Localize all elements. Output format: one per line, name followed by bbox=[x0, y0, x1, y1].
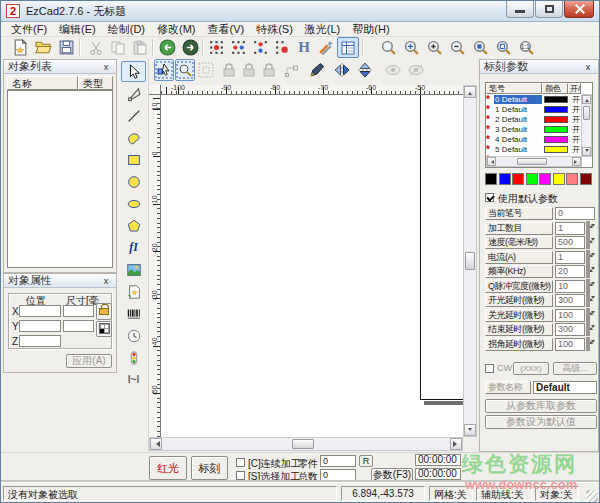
pick-zoom-button[interactable] bbox=[175, 59, 195, 81]
pen-row-3[interactable]: *3 Default开 bbox=[486, 125, 580, 134]
pen-row-1[interactable]: *1 Default开 bbox=[486, 105, 580, 114]
select-tool-button[interactable] bbox=[121, 61, 146, 82]
pulse-width-button[interactable]: (XXX) bbox=[513, 362, 549, 375]
polygon-tool-button[interactable] bbox=[121, 215, 146, 236]
total-count-input[interactable]: 0 bbox=[320, 469, 356, 481]
column-header-type[interactable]: 类型 bbox=[78, 76, 113, 90]
options-button[interactable] bbox=[315, 37, 337, 58]
cut-button[interactable] bbox=[85, 37, 107, 58]
spinner[interactable] bbox=[586, 236, 595, 249]
pen-column-color[interactable]: 颜色 bbox=[542, 83, 568, 94]
red-light-button[interactable]: 红光(F1) bbox=[149, 456, 187, 480]
drawing-canvas[interactable] bbox=[161, 95, 463, 437]
size-x-input[interactable] bbox=[63, 305, 94, 317]
barcode-tool-button[interactable] bbox=[121, 303, 146, 324]
lock-x-button[interactable] bbox=[219, 59, 239, 81]
palette-swatch[interactable] bbox=[553, 173, 565, 185]
pen-row-0[interactable]: *0 Default开 bbox=[486, 95, 580, 104]
node-align-button[interactable] bbox=[227, 37, 249, 58]
palette-swatch[interactable] bbox=[499, 173, 511, 185]
param-name-input[interactable]: Default bbox=[533, 381, 597, 394]
spinner[interactable] bbox=[586, 251, 595, 264]
palette-swatch[interactable] bbox=[580, 173, 592, 185]
field-input[interactable]: 100 bbox=[555, 338, 585, 351]
maximize-button[interactable] bbox=[535, 1, 563, 18]
palette-swatch[interactable] bbox=[512, 173, 524, 185]
vector-file-tool-button[interactable] bbox=[121, 281, 146, 302]
pen-row-4[interactable]: *4 Default开 bbox=[486, 135, 580, 144]
minimize-button[interactable] bbox=[506, 1, 534, 18]
param-f3-button[interactable]: 参数(F3) bbox=[371, 468, 413, 482]
continuous-checkbox[interactable] bbox=[236, 458, 245, 467]
zoom-objects-button[interactable] bbox=[492, 37, 514, 58]
zoom-in-button[interactable] bbox=[423, 37, 445, 58]
field-input[interactable]: 10 bbox=[555, 280, 585, 293]
apply-button[interactable]: 应用(A) bbox=[66, 354, 112, 368]
menu-edit[interactable]: 编辑(E) bbox=[53, 21, 102, 38]
part-count-input[interactable]: 0 bbox=[320, 455, 356, 467]
copy-button[interactable] bbox=[107, 37, 129, 58]
scroll-left-button[interactable] bbox=[150, 438, 162, 450]
array-button[interactable] bbox=[96, 321, 112, 337]
column-header-name[interactable]: 名称 bbox=[7, 76, 78, 90]
spinner[interactable] bbox=[586, 338, 595, 351]
pick-dotted-button[interactable] bbox=[196, 59, 216, 81]
palette-swatch[interactable] bbox=[566, 173, 578, 185]
node-distribute-button[interactable] bbox=[249, 37, 271, 58]
scroll-up-button[interactable] bbox=[464, 86, 476, 98]
use-default-checkbox[interactable] bbox=[485, 193, 494, 202]
resize-grip[interactable] bbox=[586, 490, 598, 502]
redo-button[interactable] bbox=[179, 37, 201, 58]
lock-z-button[interactable] bbox=[259, 59, 279, 81]
position-y-input[interactable] bbox=[19, 320, 61, 332]
mark-button[interactable]: 标刻(F2) bbox=[191, 456, 228, 480]
pen-row-5[interactable]: *5 Default开 bbox=[486, 145, 580, 154]
position-x-input[interactable] bbox=[19, 305, 61, 317]
pen-table-vscroll[interactable] bbox=[581, 94, 592, 157]
spinner[interactable] bbox=[586, 265, 595, 278]
cw-checkbox[interactable] bbox=[485, 364, 494, 373]
open-button[interactable] bbox=[32, 37, 54, 58]
path-node-button[interactable] bbox=[282, 59, 302, 81]
bitmap-tool-button[interactable] bbox=[121, 259, 146, 280]
curve-tool-button[interactable] bbox=[121, 127, 146, 148]
ellipse-tool-button[interactable] bbox=[121, 193, 146, 214]
size-y-input[interactable] bbox=[63, 320, 94, 332]
menu-modify[interactable]: 修改(M) bbox=[151, 21, 202, 38]
palette-swatch[interactable] bbox=[539, 173, 551, 185]
scroll-down-button[interactable] bbox=[464, 424, 476, 436]
undo-button[interactable] bbox=[156, 37, 178, 58]
horizontal-scroll-thumb[interactable] bbox=[292, 439, 314, 449]
delay-tool-button[interactable] bbox=[121, 325, 146, 346]
advanced-button[interactable]: 高级... bbox=[553, 362, 597, 375]
set-default-button[interactable]: 参数设为默认值 bbox=[485, 415, 597, 429]
pen-column-number[interactable]: 笔号 bbox=[486, 83, 542, 94]
rectangle-tool-button[interactable] bbox=[121, 149, 146, 170]
array-copy-button[interactable] bbox=[205, 37, 227, 58]
select-mark-checkbox[interactable] bbox=[236, 471, 245, 480]
hatch-button[interactable]: H bbox=[293, 37, 315, 58]
circle-tool-button[interactable] bbox=[121, 171, 146, 192]
line-tool-button[interactable] bbox=[121, 105, 146, 126]
vertical-scroll-thumb[interactable] bbox=[465, 252, 475, 270]
zoom-all-button[interactable] bbox=[469, 37, 491, 58]
field-input[interactable]: 100 bbox=[555, 309, 585, 322]
palette-swatch[interactable] bbox=[526, 173, 538, 185]
menu-view[interactable]: 查看(V) bbox=[202, 21, 251, 38]
field-input[interactable]: 1 bbox=[555, 222, 585, 235]
spinner[interactable] bbox=[586, 294, 595, 307]
pen-column-on[interactable]: 开/ bbox=[568, 83, 581, 94]
field-input[interactable]: 0 bbox=[555, 207, 595, 220]
canvas-vertical-scrollbar[interactable] bbox=[463, 85, 477, 437]
spinner[interactable] bbox=[586, 309, 595, 322]
object-properties-close-icon[interactable]: x bbox=[100, 275, 112, 286]
from-library-button[interactable]: 从参数库取参数 bbox=[485, 399, 597, 413]
pick-object-button[interactable] bbox=[154, 59, 174, 81]
node-edit-tool-button[interactable] bbox=[121, 83, 146, 104]
field-input[interactable]: 1 bbox=[555, 251, 585, 264]
zoom-out-button[interactable] bbox=[446, 37, 468, 58]
position-z-input[interactable] bbox=[19, 335, 61, 347]
lock-y-button[interactable] bbox=[239, 59, 259, 81]
menu-help[interactable]: 帮助(H) bbox=[346, 21, 395, 38]
reset-count-button[interactable]: R bbox=[359, 455, 373, 467]
